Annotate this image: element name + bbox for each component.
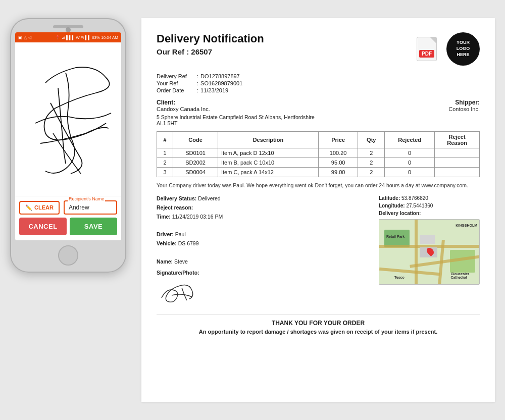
controls-top-row: ✏️ CLEAR Recipient's Name bbox=[19, 200, 117, 215]
map-building-2 bbox=[420, 235, 435, 244]
pdf-page-icon: PDF bbox=[417, 37, 437, 61]
driver-label: Driver: bbox=[157, 231, 174, 237]
app-icon: ▣ bbox=[18, 35, 22, 40]
row2-price: 95.00 bbox=[318, 158, 358, 168]
alert-icon: △ bbox=[24, 35, 27, 40]
your-ref-value: SO16289879001 bbox=[200, 80, 244, 87]
map-road-h3 bbox=[379, 268, 440, 276]
delivery-status-label: Delivery Status: bbox=[157, 195, 196, 201]
reject-reason-label: Reject reason: bbox=[157, 204, 193, 211]
vehicle-line: Vehicle: DS 6799 bbox=[157, 239, 371, 248]
controls-bottom-row: CANCEL SAVE bbox=[19, 218, 117, 235]
table-row: 1 SD0101 Item A, pack D 12x10 100.20 2 0 bbox=[157, 148, 480, 158]
client-label: Client: bbox=[157, 99, 175, 106]
company-logo: YOURLOGOHERE bbox=[446, 32, 480, 66]
recipient-name-input[interactable] bbox=[64, 200, 117, 215]
row1-num: 1 bbox=[157, 148, 173, 158]
client-block: Client: Candoxy Canada Inc. 5 Sphere Ind… bbox=[157, 99, 318, 126]
row1-price: 100.20 bbox=[318, 148, 358, 158]
row3-desc: Item C, pack A 14x12 bbox=[218, 168, 318, 177]
time-line: Time: 11/24/2019 03:16 PM bbox=[157, 213, 371, 222]
col-header-num: # bbox=[157, 132, 173, 148]
map-placeholder: KINGSHOLM Retail Park Tesco GloucesterCa… bbox=[379, 219, 480, 285]
row2-qty: 2 bbox=[358, 158, 385, 168]
row1-reason bbox=[435, 148, 480, 158]
save-button[interactable]: SAVE bbox=[70, 218, 117, 235]
bottom-note-text: An opportunity to report damage / shorta… bbox=[157, 329, 480, 335]
reject-reason-line: Reject reason: bbox=[157, 203, 371, 213]
signal-bars: ▌▌▌ bbox=[66, 35, 75, 40]
delivery-info-section: Delivery Status: Delivered Reject reason… bbox=[157, 194, 480, 308]
status-left-icons: ▣ △ ◁ bbox=[18, 35, 31, 40]
phone-home-button[interactable] bbox=[58, 245, 78, 266]
sig-photo-label: Signature/Photo: bbox=[157, 270, 199, 276]
row2-code: SD2002 bbox=[173, 158, 218, 168]
document-our-ref: Our Ref : 26507 bbox=[157, 47, 264, 56]
map-label-tesco: Tesco bbox=[394, 276, 405, 279]
driver-value: Paul bbox=[175, 231, 186, 237]
signature-canvas[interactable] bbox=[15, 42, 121, 196]
clear-button[interactable]: ✏️ CLEAR bbox=[19, 201, 60, 215]
row3-num: 3 bbox=[157, 168, 173, 177]
notification-icon: ◁ bbox=[28, 35, 31, 40]
wifi-icon: ⊿ bbox=[62, 35, 65, 40]
client-address: 5 Sphere Industrial Estate Campfield Roa… bbox=[157, 114, 318, 126]
row3-price: 99.00 bbox=[318, 168, 358, 177]
signature-drawing bbox=[15, 42, 121, 194]
shipper-label: Shipper: bbox=[455, 99, 480, 106]
document-title-block: Delivery Notification Our Ref : 26507 bbox=[157, 32, 264, 56]
time-label: Time: bbox=[157, 214, 171, 220]
latitude-label: Latitude: bbox=[379, 195, 400, 201]
row2-desc: Item B, pack C 10x10 bbox=[218, 158, 318, 168]
sig-name-block: Name: Steve bbox=[157, 257, 371, 267]
row1-code: SD0101 bbox=[173, 148, 218, 158]
status-right-info: 📍 ⊿ ▌▌▌ WiFi ▌▌ 63% 10:04 AM bbox=[55, 35, 118, 40]
col-header-price: Price bbox=[318, 132, 358, 148]
colon-3: : bbox=[197, 87, 200, 94]
row2-num: 2 bbox=[157, 158, 173, 168]
table-row: 2 SD2002 Item B, pack C 10x10 95.00 2 0 bbox=[157, 158, 480, 168]
pencil-icon: ✏️ bbox=[25, 204, 32, 211]
col-header-qty: Qty bbox=[358, 132, 385, 148]
delivery-document: Delivery Notification Our Ref : 26507 PD… bbox=[141, 18, 495, 402]
col-header-rejected: Rejected bbox=[385, 132, 435, 148]
pdf-icon-block[interactable]: PDF bbox=[413, 37, 440, 61]
delivery-status-line: Delivery Status: Delivered bbox=[157, 194, 371, 203]
phone-controls-area: ✏️ CLEAR Recipient's Name CANCEL SAVE bbox=[15, 196, 121, 240]
row1-qty: 2 bbox=[358, 148, 385, 158]
cancel-button[interactable]: CANCEL bbox=[19, 218, 67, 235]
colon-2: : bbox=[197, 80, 200, 87]
delivery-status-value: Delivered bbox=[198, 195, 220, 201]
delivery-location-label: Delivery location: bbox=[379, 211, 421, 216]
status-time: 10:04 AM bbox=[101, 35, 118, 40]
col-header-desc: Description bbox=[218, 132, 318, 148]
map-road-v1 bbox=[415, 220, 418, 285]
sig-name-value: Steve bbox=[174, 258, 188, 265]
latitude-value: 53.8766820 bbox=[401, 195, 428, 201]
vehicle-label: Vehicle: bbox=[157, 240, 177, 246]
delivery-ref-label: Delivery Ref bbox=[157, 73, 197, 80]
shipper-name: Contoso Inc. bbox=[448, 106, 480, 112]
map-coords: Latitude: 53.8766820 Longitude: 27.54413… bbox=[379, 194, 480, 217]
delivery-details: Delivery Status: Delivered Reject reason… bbox=[157, 194, 371, 308]
thank-you-text: THANK YOU FOR YOUR ORDER bbox=[157, 314, 480, 327]
client-shipper-section: Client: Candoxy Canada Inc. 5 Sphere Ind… bbox=[157, 99, 480, 126]
sig-name-label: Name: bbox=[157, 258, 173, 265]
battery-percent: WiFi ▌▌ 63% bbox=[76, 35, 100, 40]
map-label-retail: Retail Park bbox=[386, 235, 405, 238]
col-header-code: Code bbox=[173, 132, 218, 148]
colon-1: : bbox=[197, 73, 200, 80]
driver-line: Driver: Paul bbox=[157, 230, 371, 239]
map-area: Latitude: 53.8766820 Longitude: 27.54413… bbox=[379, 194, 480, 308]
longitude-label: Longitude: bbox=[379, 203, 405, 208]
time-value: 11/24/2019 03:16 PM bbox=[172, 214, 223, 220]
row2-rejected: 0 bbox=[385, 158, 435, 168]
row1-rejected: 0 bbox=[385, 148, 435, 158]
vehicle-value: DS 6799 bbox=[178, 240, 199, 246]
document-header: Delivery Notification Our Ref : 26507 PD… bbox=[157, 32, 480, 66]
row3-code: SD0004 bbox=[173, 168, 218, 177]
phone-status-bar: ▣ △ ◁ 📍 ⊿ ▌▌▌ WiFi ▌▌ 63% 10:04 AM bbox=[15, 32, 121, 42]
recipient-field-wrapper: Recipient's Name bbox=[64, 200, 117, 215]
phone-camera bbox=[66, 27, 71, 32]
sig-photo-label-block: Signature/Photo: bbox=[157, 269, 371, 278]
